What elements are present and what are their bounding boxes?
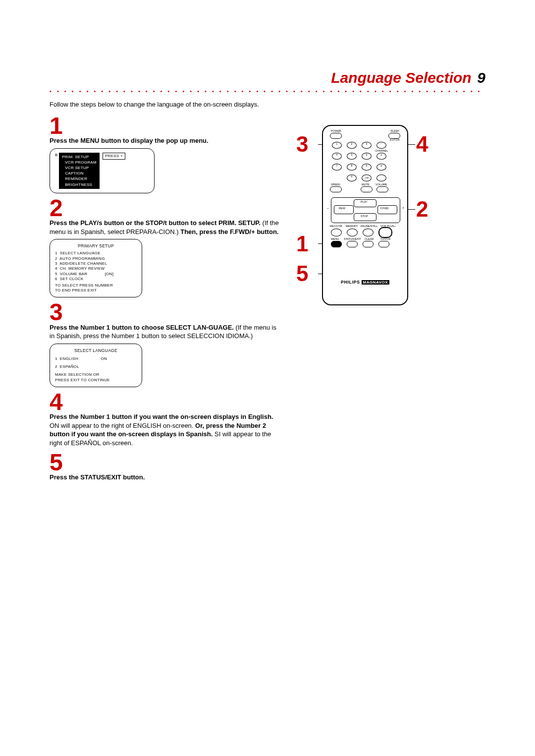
callout-2: 2 (416, 197, 428, 222)
label-tvvcr: TV/VCR (380, 238, 390, 241)
menu-line: PRIM. SETUP (62, 154, 97, 160)
step2-lead: Press the PLAY/s button or the STOP/t bu… (50, 219, 261, 227)
screen-popup-menu: B PRIM. SETUP VCR PROGRAM VCR SETUP CAPT… (50, 148, 155, 193)
channel-extra-button[interactable] (376, 174, 386, 181)
step-number: 2 (50, 197, 282, 219)
label-channel: CHANNEL (375, 150, 388, 153)
menu-cursor: B (55, 153, 58, 157)
menu-line: BRIGHTNESS (62, 182, 97, 187)
callout-3: 3 (296, 132, 308, 157)
memory-button[interactable] (347, 229, 358, 236)
label-mute: MUTE (362, 183, 370, 186)
menu-button[interactable] (331, 241, 342, 247)
page: Language Selection 9 • • • • • • • • • •… (0, 0, 535, 514)
status-exit-button[interactable] (347, 241, 358, 247)
right-column: 1 2 3 4 5 POWER SLEEP A LT.CH. (292, 111, 485, 305)
label-volume: VOLUME (375, 183, 387, 186)
label-pausestill: PAUSE/STILL (361, 225, 377, 228)
callout-5: 5 (296, 261, 308, 286)
step5-text: Press the STATUS/EXIT button. (50, 473, 145, 481)
label-altch: A LT.CH. (390, 139, 400, 142)
callout-4: 4 (416, 132, 428, 157)
page-number: 9 (477, 69, 485, 86)
step-5: 5 Press the STATUS/EXIT button. (50, 452, 282, 482)
volume-button[interactable] (376, 186, 388, 192)
pause-button[interactable] (363, 229, 374, 236)
menu-line: 4 CH. MEMORY REVIEW (55, 266, 137, 271)
step-1: 1 Press the MENU button to display the p… (50, 115, 282, 193)
num-7-button[interactable]: 7 (332, 164, 342, 171)
step3-lead: Press the Number 1 button to choose SELE… (50, 324, 234, 331)
num-plus100-button[interactable]: +100 (362, 174, 372, 181)
num-2-button[interactable]: 2 (347, 142, 357, 149)
title-row: Language Selection 9 (50, 69, 485, 86)
num-4-button[interactable]: 4 (332, 153, 342, 160)
menu-line: 2 ESPAÑOL (55, 364, 137, 369)
num-8-button[interactable]: 8 (347, 164, 357, 171)
label-power: POWER (331, 130, 341, 133)
menu-footer: PRESS EXIT TO CONTINUE (55, 378, 137, 383)
clear-button[interactable] (363, 241, 374, 247)
rec-button[interactable] (331, 229, 342, 236)
channel-down-button[interactable]: p (376, 164, 386, 171)
screen-select-language: SELECT LANGUAGE 1 ENGLISH ON 2 ESPAÑOL M… (50, 344, 142, 388)
power-button[interactable] (330, 133, 342, 139)
screen-primary-setup: PRIMARY SETUP 1 SELECT LANGUAGE 2 AUTO P… (50, 239, 142, 297)
callout-1: 1 (296, 232, 308, 256)
page-title: Language Selection (331, 69, 471, 86)
channel-up-button[interactable]: o (376, 153, 386, 160)
speed-button[interactable] (330, 186, 342, 192)
brand: PHILIPS MAGNAVOX (323, 280, 407, 285)
step-2: 2 Press the PLAY/s button or the STOP/t … (50, 197, 282, 297)
label-memory: MEMORY (346, 225, 358, 228)
step-number: 3 (50, 301, 282, 323)
menu-line: 2 AUTO PROGRAMMING (55, 256, 137, 261)
label-statusexit: STATUS/EXIT (344, 238, 361, 241)
step4-a-bold: Press the Number 1 button if you want th… (50, 413, 273, 420)
menu-footer: TO SELECT PRESS NUMBER (55, 283, 137, 288)
menu-line: 1 ENGLISH ON (55, 356, 137, 361)
step-4: 4 Press the Number 1 button if you want … (50, 391, 282, 447)
label-recotr: REC/OTR (330, 225, 342, 228)
menu-line: 6 SET CLOCK (55, 277, 137, 282)
label-play: PLAY (361, 201, 368, 204)
menu-footer: TO END PRESS EXIT (55, 288, 137, 293)
step1-text: Press the MENU button to display the pop… (50, 137, 209, 144)
label-menu: MENU (331, 238, 339, 241)
num-0-button[interactable]: 0 (347, 174, 357, 181)
tvvcr-button[interactable] (378, 241, 389, 247)
num-3-button[interactable]: 3 (362, 142, 372, 149)
remote-control: POWER SLEEP A LT.CH. 1 2 3 4 5 6 CHANNEL… (322, 125, 408, 305)
altch-button[interactable] (376, 142, 386, 149)
content: 1 Press the MENU button to display the p… (50, 111, 485, 484)
num-9-button[interactable]: 9 (362, 164, 372, 171)
num-1-button[interactable]: 1 (332, 142, 342, 149)
menu-line: 3 ADD/DELETE CHANNEL (55, 261, 137, 266)
label-minus: – (327, 206, 329, 210)
label-speed: SPEED (331, 183, 340, 186)
intro-text: Follow the steps below to change the lan… (50, 101, 282, 108)
step2-trail: Then, press the F.FWD/+ button. (180, 228, 278, 235)
screen-title: PRIMARY SETUP (55, 243, 137, 249)
step-number: 4 (50, 391, 282, 412)
menu-line: 5 VOLUME BAR [ON] (55, 272, 137, 277)
label-stop: STOP (361, 215, 368, 218)
vcrplus-button[interactable] (378, 227, 392, 238)
step-3: 3 Press the Number 1 button to choose SE… (50, 301, 282, 387)
left-column: 1 Press the MENU button to display the p… (50, 111, 282, 484)
menu-line: VCR SETUP (62, 165, 97, 171)
num-6-button[interactable]: 6 (362, 153, 372, 160)
step4-a-plain: ON will appear to the right of ENGLISH o… (50, 422, 195, 429)
remote-wrap: 1 2 3 4 5 POWER SLEEP A LT.CH. (322, 125, 485, 305)
label-clear: CLEAR (365, 238, 374, 241)
menu-line: VCR PROGRAM (62, 160, 97, 165)
label-plus: + (402, 206, 404, 210)
step-number: 5 (50, 452, 282, 473)
press-plus: PRESS + (103, 153, 125, 160)
divider-dots: • • • • • • • • • • • • • • • • • • • • … (50, 88, 485, 94)
menu-line: REMINDER (62, 176, 97, 181)
mute-button[interactable] (361, 186, 373, 192)
label-ffwd: F.FWD (380, 207, 389, 210)
num-5-button[interactable]: 5 (347, 153, 357, 160)
menu-line: CAPTION (62, 171, 97, 176)
